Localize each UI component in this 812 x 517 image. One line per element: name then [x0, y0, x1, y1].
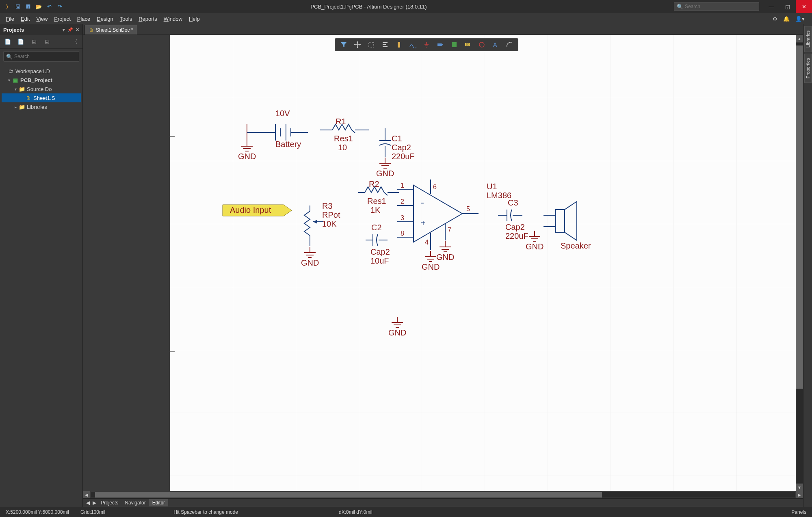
- rail-tab-libraries[interactable]: Libraries: [804, 26, 812, 52]
- tree-item[interactable]: 🗎Sheet1.S: [2, 93, 81, 102]
- settings-icon[interactable]: ⚙: [773, 16, 777, 22]
- place-text-icon[interactable]: A: [489, 39, 502, 50]
- tab-label: Sheet1.SchDoc *: [96, 27, 133, 33]
- scroll-right-icon[interactable]: ▶: [796, 491, 803, 498]
- panel-pin-icon[interactable]: 📌: [67, 27, 73, 32]
- scroll-down-icon[interactable]: ▼: [796, 484, 803, 491]
- hscroll-thumb[interactable]: [95, 492, 602, 498]
- maximize-button[interactable]: ◱: [780, 0, 796, 13]
- bottom-tab-prev[interactable]: ◀: [84, 500, 91, 506]
- projects-panel: Projects ▾ 📌 ✕ 📄 📄 🗂 🗂 〈 🔍 🗂Workspace1.D…: [0, 24, 83, 507]
- place-wire-icon[interactable]: [407, 39, 419, 50]
- status-grid: Grid:100mil: [75, 509, 111, 515]
- projects-search[interactable]: 🔍: [3, 51, 79, 62]
- place-power-icon[interactable]: [420, 39, 433, 50]
- svg-text:10: 10: [338, 143, 347, 152]
- tree-item[interactable]: ▸📁Libraries: [2, 102, 81, 111]
- notifications-icon[interactable]: 🔔: [783, 16, 790, 22]
- svg-text:Res1: Res1: [367, 197, 386, 206]
- svg-text:3: 3: [401, 214, 404, 221]
- svg-text:10K: 10K: [322, 219, 337, 228]
- place-pin-icon[interactable]: [393, 39, 405, 50]
- select-rect-icon[interactable]: [365, 39, 377, 50]
- save-all-icon[interactable]: 🖪: [24, 3, 32, 10]
- compile-icon[interactable]: 🗂: [30, 38, 37, 45]
- place-noconnect-icon[interactable]: !: [476, 39, 488, 50]
- minimize-button[interactable]: —: [763, 0, 780, 13]
- menu-view[interactable]: View: [33, 14, 51, 24]
- place-netlabel-icon[interactable]: D?: [462, 39, 474, 50]
- svg-text:R1: R1: [336, 117, 346, 126]
- vscroll-thumb[interactable]: [796, 45, 803, 389]
- menu-file[interactable]: File: [2, 14, 17, 24]
- redo-icon[interactable]: ↷: [56, 3, 63, 10]
- tree-item[interactable]: 🗂Workspace1.D: [2, 67, 81, 76]
- filter-icon[interactable]: [338, 39, 350, 50]
- new-doc-icon[interactable]: 📄: [4, 38, 11, 45]
- svg-text:+: +: [421, 218, 426, 227]
- menu-project[interactable]: Project: [51, 14, 74, 24]
- global-search-input[interactable]: [685, 4, 756, 9]
- menubar: File Edit View Project Place Design Tool…: [0, 13, 812, 24]
- panels-button[interactable]: Panels: [786, 509, 812, 515]
- menu-place[interactable]: Place: [74, 14, 94, 24]
- move-icon[interactable]: [351, 39, 364, 50]
- menu-reports[interactable]: Reports: [135, 14, 160, 24]
- close-button[interactable]: ✕: [796, 0, 812, 13]
- svg-text:5: 5: [466, 206, 470, 212]
- save-icon[interactable]: 🖫: [14, 3, 21, 10]
- svg-point-6: [479, 42, 484, 47]
- svg-rect-0: [369, 42, 374, 47]
- status-hint: Hit Spacebar to change mode: [168, 509, 244, 515]
- tree-item[interactable]: ▾▣PCB_Project: [2, 76, 81, 84]
- open-icon[interactable]: 📂: [35, 3, 42, 10]
- svg-text:Cap2: Cap2: [370, 247, 390, 256]
- global-search[interactable]: 🔍: [674, 2, 759, 11]
- bottom-tab-editor[interactable]: Editor: [149, 499, 168, 506]
- schematic-sheet[interactable]: 10VBatteryGNDR1Res110C1Cap2220uFGNDAudio…: [170, 35, 796, 491]
- menu-help[interactable]: Help: [186, 14, 203, 24]
- settings2-icon[interactable]: 🗂: [43, 38, 50, 45]
- menu-window[interactable]: Window: [160, 14, 186, 24]
- scroll-left-icon[interactable]: ◀: [83, 491, 90, 498]
- user-icon[interactable]: 👤▾: [795, 16, 805, 22]
- tree-item[interactable]: ▾📁Source Do: [2, 84, 81, 93]
- svg-text:10V: 10V: [275, 109, 290, 118]
- svg-text:Battery: Battery: [275, 140, 301, 149]
- svg-text:4: 4: [425, 239, 429, 246]
- menu-edit[interactable]: Edit: [17, 14, 33, 24]
- status-delta: dX:0mil dY:0mil: [333, 509, 378, 515]
- bottom-tab-next[interactable]: ▶: [91, 500, 97, 506]
- place-arc-icon[interactable]: [503, 39, 515, 50]
- scroll-up-icon[interactable]: ▲: [796, 35, 803, 42]
- document-tabs: 🗎 Sheet1.SchDoc *: [83, 24, 803, 35]
- undo-icon[interactable]: ↶: [45, 3, 53, 10]
- schematic-canvas[interactable]: D? ! A: [83, 35, 803, 498]
- new-doc2-icon[interactable]: 📄: [17, 38, 24, 45]
- collapse-icon[interactable]: 〈: [71, 38, 78, 45]
- search-icon: 🔍: [677, 4, 683, 10]
- align-icon[interactable]: [379, 39, 391, 50]
- menu-tools[interactable]: Tools: [117, 14, 135, 24]
- svg-text:!: !: [481, 43, 481, 47]
- bottom-tab-navigator[interactable]: Navigator: [121, 499, 149, 506]
- svg-text:R2: R2: [369, 180, 379, 188]
- tab-sheet1[interactable]: 🗎 Sheet1.SchDoc *: [84, 25, 137, 35]
- svg-text:GND: GND: [422, 262, 440, 271]
- vertical-scrollbar[interactable]: ▲ ▼: [796, 35, 803, 491]
- svg-rect-1: [398, 42, 400, 48]
- place-sheet-icon[interactable]: [448, 39, 460, 50]
- panel-menu-icon[interactable]: ▾: [63, 27, 65, 32]
- svg-text:7: 7: [448, 227, 451, 234]
- svg-text:GND: GND: [238, 152, 256, 161]
- horizontal-scrollbar[interactable]: ◀ ▶: [83, 491, 803, 498]
- svg-text:GND: GND: [436, 253, 454, 262]
- project-tree[interactable]: 🗂Workspace1.D▾▣PCB_Project▾📁Source Do🗎Sh…: [0, 64, 82, 507]
- bottom-tab-projects[interactable]: Projects: [97, 499, 121, 506]
- projects-panel-header: Projects ▾ 📌 ✕: [0, 24, 82, 35]
- place-port-icon[interactable]: [434, 39, 446, 50]
- rail-tab-properties[interactable]: Properties: [804, 54, 812, 83]
- panel-close-icon[interactable]: ✕: [76, 27, 79, 32]
- projects-search-input[interactable]: [14, 54, 76, 59]
- menu-design[interactable]: Design: [93, 14, 116, 24]
